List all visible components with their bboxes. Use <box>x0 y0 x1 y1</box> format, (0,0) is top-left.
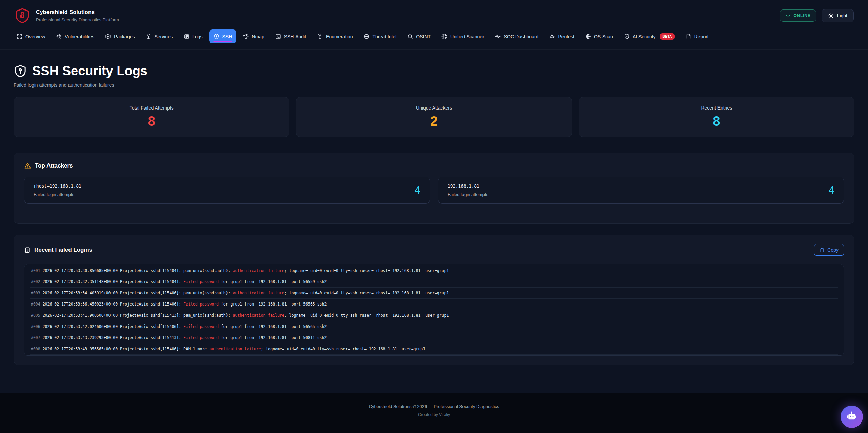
brand-tagline: Professional Security Diagnostics Platfo… <box>36 17 119 22</box>
nav-item[interactable]: SSH <box>209 29 237 43</box>
nav-item-icon <box>56 34 62 39</box>
online-status-badge: ONLINE <box>780 9 816 22</box>
log-failure-highlight: authentication failure <box>233 268 284 273</box>
nav-item-icon <box>17 34 22 39</box>
nav-item[interactable]: Overview <box>12 29 50 43</box>
nav-item-label: SOC Dashboard <box>504 34 539 39</box>
warning-triangle-icon <box>24 162 31 169</box>
nav-item-icon <box>549 34 555 39</box>
log-entry: #008 2026-02-17T20:53:43.956565+00:00 Pr… <box>30 343 838 355</box>
nav-item-icon <box>145 34 151 39</box>
attacker-label: Failed login attempts <box>34 192 81 197</box>
nav-item-label: AI Security <box>633 34 656 39</box>
stat-label: Recent Entries <box>586 105 847 111</box>
log-failure-highlight: authentication failure <box>233 313 284 318</box>
nav-item[interactable]: Report <box>681 29 713 43</box>
log-entry: #002 2026-02-17T20:53:32.351148+00:00 Pr… <box>30 276 838 288</box>
app-header: Cybershield Solutions Professional Secur… <box>0 0 868 50</box>
log-entry: #005 2026-02-17T20:53:41.900506+00:00 Pr… <box>30 310 838 321</box>
log-entry-number: #001 <box>31 268 43 273</box>
log-entry: #003 2026-02-17T20:53:34.403919+00:00 Pr… <box>30 288 838 299</box>
nav-item[interactable]: Unified Scanner <box>437 29 489 43</box>
page-title: SSH Security Logs <box>32 64 147 78</box>
nav-item-label: Unified Scanner <box>450 34 484 39</box>
nav-item[interactable]: OSINT <box>403 29 435 43</box>
attacker-host: 192.168.1.81 <box>448 183 488 189</box>
log-entry: #006 2026-02-17T20:53:42.024606+00:00 Pr… <box>30 321 838 332</box>
log-entry-number: #002 <box>31 279 43 284</box>
attacker-count: 4 <box>415 184 420 196</box>
top-attackers-title: Top Attackers <box>35 162 73 169</box>
log-failure-highlight: Failed password <box>183 302 219 307</box>
beta-badge: BETA <box>660 33 675 40</box>
robot-icon <box>846 411 858 423</box>
nav-item-icon <box>495 34 501 39</box>
main-nav: Overview Vulnerabilities Packages Servic… <box>0 26 868 49</box>
nav-item-label: OSINT <box>416 34 431 39</box>
log-failure-highlight: authentication failure <box>209 347 261 351</box>
notebook-icon <box>24 247 31 253</box>
nav-item[interactable]: AI Security BETA <box>619 29 679 44</box>
ai-assistant-button[interactable] <box>841 406 863 428</box>
nav-item-label: Overview <box>25 34 45 39</box>
copy-button[interactable]: Copy <box>814 244 844 256</box>
nav-item[interactable]: OS Scan <box>581 29 617 43</box>
online-label: ONLINE <box>794 13 811 18</box>
nav-item-icon <box>624 34 630 39</box>
brand-shield-lock-icon <box>14 7 31 24</box>
stat-value: 8 <box>586 114 847 129</box>
nav-item[interactable]: Logs <box>179 29 207 43</box>
stat-label: Total Failed Attempts <box>21 105 282 111</box>
nav-item[interactable]: Enumeration <box>313 29 357 43</box>
log-failure-highlight: Failed password <box>183 324 219 329</box>
log-entry: #004 2026-02-17T20:53:36.450023+00:00 Pr… <box>30 299 838 310</box>
nav-item[interactable]: Vulnerabilities <box>52 29 99 43</box>
copy-button-label: Copy <box>827 247 839 253</box>
page-subtitle: Failed login attempts and authentication… <box>14 82 854 88</box>
app-footer: Cybershield Solutions © 2026 — Professio… <box>0 393 868 433</box>
nav-item-icon <box>585 34 591 39</box>
sun-icon <box>828 13 834 19</box>
log-entry-number: #008 <box>31 347 43 351</box>
nav-item[interactable]: Packages <box>101 29 139 43</box>
clipboard-icon <box>820 248 825 253</box>
log-list: #001 2026-02-17T20:53:30.856685+00:00 Pr… <box>24 264 844 356</box>
stat-card: Recent Entries 8 <box>579 97 854 137</box>
nav-item[interactable]: SSH-Audit <box>271 29 311 43</box>
log-entry: #001 2026-02-17T20:53:30.856685+00:00 Pr… <box>30 265 838 276</box>
nav-item-label: Report <box>694 34 709 39</box>
theme-toggle-button[interactable]: Light <box>822 9 854 22</box>
nav-item-label: Services <box>154 34 173 39</box>
stats-row: Total Failed Attempts 8 Unique Attackers… <box>14 97 854 137</box>
log-entry-number: #006 <box>31 324 43 329</box>
main-content: SSH Security Logs Failed login attempts … <box>0 50 868 365</box>
nav-item[interactable]: Services <box>141 29 177 43</box>
nav-item-icon <box>317 34 323 39</box>
nav-item[interactable]: Pentest <box>545 29 578 43</box>
attacker-host: rhost=192.168.1.81 <box>34 183 81 189</box>
wifi-icon <box>785 13 791 18</box>
nav-item-icon <box>275 34 281 39</box>
theme-toggle-label: Light <box>837 13 847 18</box>
stat-value: 8 <box>21 114 282 129</box>
nav-item-label: Vulnerabilities <box>65 34 94 39</box>
attacker-card: rhost=192.168.1.81 Failed login attempts… <box>24 177 430 204</box>
footer-copyright: Cybershield Solutions © 2026 — Professio… <box>0 404 868 409</box>
nav-item-icon <box>686 34 691 39</box>
nav-item-label: Logs <box>192 34 202 39</box>
nav-item[interactable]: Threat Intel <box>359 29 401 43</box>
nav-item-label: Enumeration <box>326 34 353 39</box>
nav-item[interactable]: SOC Dashboard <box>491 29 543 43</box>
log-entry-number: #005 <box>31 313 43 318</box>
nav-item[interactable]: Nmap <box>238 29 269 43</box>
nav-item-icon <box>183 34 189 39</box>
nav-item-label: OS Scan <box>594 34 613 39</box>
log-failure-highlight: Failed password <box>183 279 219 284</box>
nav-item-label: Threat Intel <box>372 34 396 39</box>
stat-value: 2 <box>303 114 565 129</box>
recent-failed-logins-title: Recent Failed Logins <box>34 247 92 253</box>
nav-item-icon <box>105 34 111 39</box>
log-entry: #007 2026-02-17T20:53:43.239293+00:00 Pr… <box>30 332 838 343</box>
recent-failed-logins-section: Recent Failed Logins Copy #001 2026-02-1… <box>14 235 854 365</box>
nav-item-icon <box>363 34 369 39</box>
